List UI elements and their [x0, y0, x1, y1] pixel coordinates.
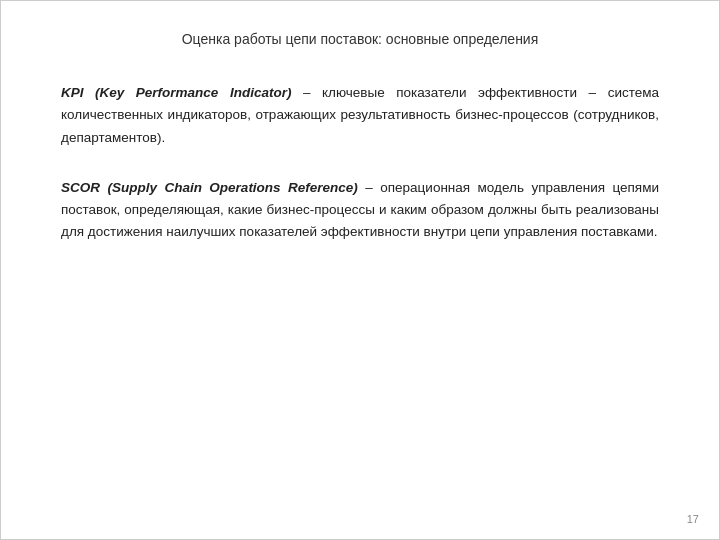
page-number: 17 [687, 513, 699, 525]
kpi-term: KPI (Key Performance Indicator) [61, 85, 291, 100]
content-area: KPI (Key Performance Indicator) – ключев… [51, 82, 669, 244]
scor-dash: – [358, 180, 380, 195]
scor-term: SCOR (Supply Chain Operations Reference) [61, 180, 358, 195]
slide-title: Оценка работы цепи поставок: основные оп… [51, 31, 669, 47]
kpi-dash: – [291, 85, 322, 100]
slide-container: Оценка работы цепи поставок: основные оп… [0, 0, 720, 540]
kpi-definition-block: KPI (Key Performance Indicator) – ключев… [61, 82, 659, 149]
scor-definition-block: SCOR (Supply Chain Operations Reference)… [61, 177, 659, 244]
